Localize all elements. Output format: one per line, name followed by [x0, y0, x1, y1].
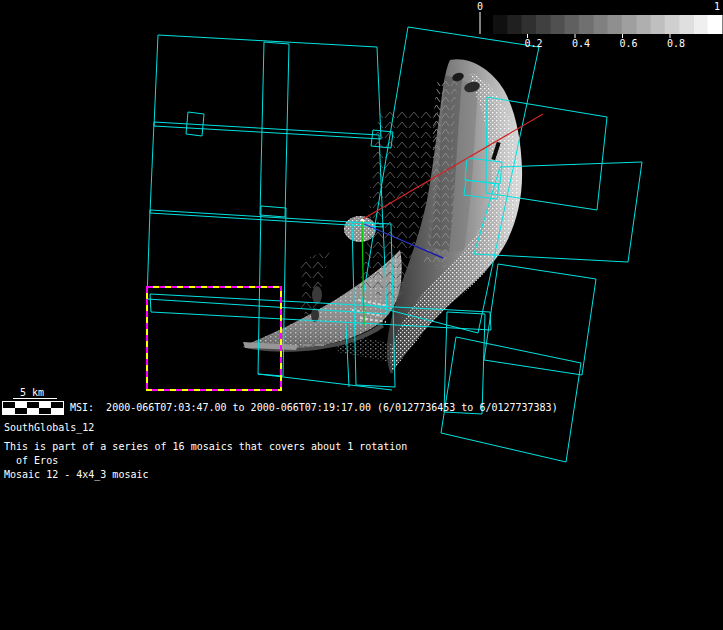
scale-bar-line [13, 398, 57, 399]
visualization-canvas[interactable]: 0 1 0.20.40.60.8 5 km MSI: 2000-066T07:0… [0, 0, 723, 630]
colorbar-tick-label: 0.4 [566, 38, 596, 49]
colorbar-step [650, 15, 665, 34]
colorbar-step [579, 15, 594, 34]
colorbar-max-label: 1 [702, 1, 723, 12]
caption-line-3: of Eros [4, 455, 58, 467]
colorbar-step [493, 15, 508, 34]
colorbar [480, 12, 723, 38]
colorbar-step [693, 15, 708, 34]
colorbar-step [593, 15, 608, 34]
scalebar-cell [3, 408, 15, 414]
scale-bar [2, 401, 64, 415]
caption-line-4: Mosaic 12 - 4x4_3 mosaic [4, 469, 149, 481]
footprint-outline [441, 337, 581, 462]
scalebar-cell [51, 408, 63, 414]
colorbar-step [565, 15, 580, 34]
render-view [0, 0, 723, 630]
colorbar-step [522, 15, 537, 34]
colorbar-step [536, 15, 551, 34]
colorbar-step [550, 15, 565, 34]
scalebar-cell [39, 408, 51, 414]
caption-line-1: SouthGlobals_12 [4, 422, 94, 434]
footprint-outline [150, 122, 383, 227]
footprint-outline [484, 264, 596, 375]
colorbar-tick-label: 0.6 [614, 38, 644, 49]
colorbar-step [507, 15, 522, 34]
colorbar-step [708, 15, 723, 34]
footprint-edge [258, 374, 392, 390]
scalebar-cell [15, 408, 27, 414]
colorbar-tick-label: 0.8 [661, 38, 691, 49]
colorbar-step [679, 15, 694, 34]
colorbar-tick-label: 0.2 [519, 38, 549, 49]
scalebar-cell [27, 408, 39, 414]
status-line: MSI: 2000-066T07:03:47.00 to 2000-066T07… [70, 402, 558, 414]
colorbar-step [622, 15, 637, 34]
colorbar-step [636, 15, 651, 34]
colorbar-step [608, 15, 623, 34]
footprint-outline [154, 35, 381, 139]
caption-line-2: This is part of a series of 16 mosaics t… [4, 441, 407, 453]
colorbar-step [665, 15, 680, 34]
colorbar-min-label: 0 [465, 1, 495, 12]
